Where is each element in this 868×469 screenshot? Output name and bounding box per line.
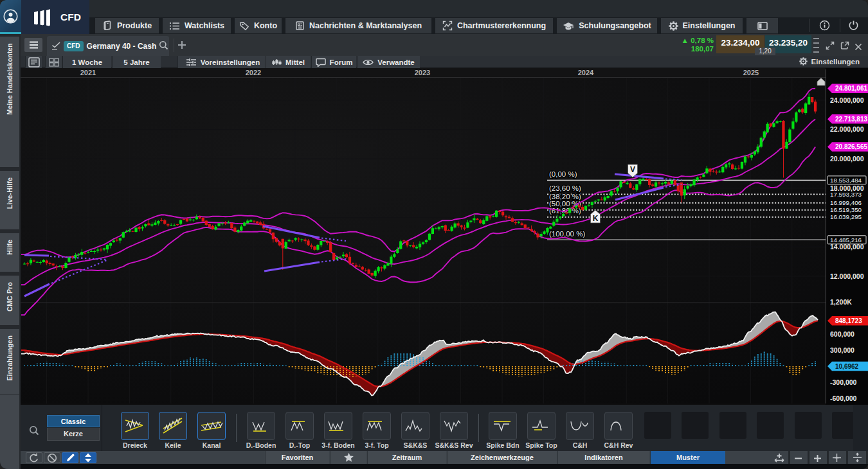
svg-text:(0,00 %): (0,00 %) [549, 170, 577, 178]
svg-text:2024: 2024 [578, 69, 594, 76]
svg-text:2022: 2022 [246, 69, 261, 76]
svg-text:16.039,295: 16.039,295 [830, 213, 862, 220]
svg-text:24.801,061: 24.801,061 [835, 85, 867, 92]
svg-text:K: K [593, 214, 599, 223]
svg-text:2021: 2021 [80, 69, 96, 76]
svg-text:22.713,813: 22.713,813 [835, 116, 867, 123]
svg-text:18.553,484: 18.553,484 [830, 177, 862, 184]
svg-text:2025: 2025 [743, 69, 759, 76]
svg-text:24.000,000: 24.000,000 [830, 96, 864, 104]
svg-text:-300,000: -300,000 [830, 378, 857, 386]
svg-text:600,000: 600,000 [830, 330, 854, 338]
svg-text:20.826,565: 20.826,565 [835, 143, 867, 150]
svg-text:300,000: 300,000 [830, 346, 854, 354]
svg-text:1,200K: 1,200K [830, 298, 852, 306]
svg-text:20.000,000: 20.000,000 [830, 155, 864, 163]
svg-text:10,6962: 10,6962 [835, 363, 859, 370]
svg-text:12.000,000: 12.000,000 [830, 272, 864, 280]
svg-text:V: V [630, 165, 635, 174]
svg-text:(100,00 %): (100,00 %) [549, 230, 585, 238]
svg-text:-600,000: -600,000 [830, 394, 857, 402]
svg-text:(23,60 %): (23,60 %) [549, 184, 581, 192]
svg-text:16.999,406: 16.999,406 [830, 199, 862, 206]
svg-text:17.593,373: 17.593,373 [830, 191, 862, 198]
svg-text:14.485,216: 14.485,216 [830, 236, 862, 243]
svg-text:16.519,350: 16.519,350 [830, 206, 862, 213]
svg-text:2023: 2023 [415, 69, 430, 76]
svg-text:22.000,000: 22.000,000 [830, 125, 864, 133]
svg-text:848,1723: 848,1723 [835, 317, 862, 324]
